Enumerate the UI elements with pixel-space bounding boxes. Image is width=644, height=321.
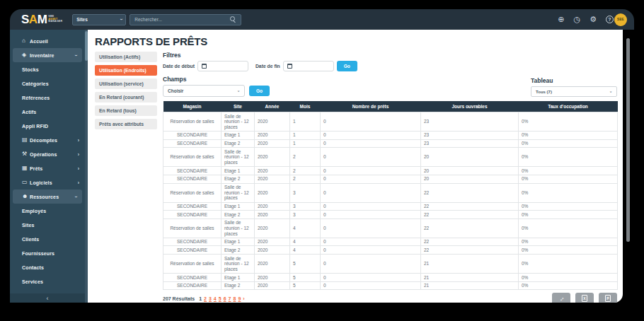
- table-row: Réservation de sallesSalle de réunion - …: [163, 112, 618, 132]
- table-cell: 2020: [255, 183, 290, 202]
- logo-tagline-line: MANAGER: [48, 21, 62, 23]
- export-excel-button[interactable]: X: [575, 293, 594, 303]
- champs-select-value: Choisir: [168, 88, 183, 93]
- pdf-file-icon: P: [605, 295, 611, 302]
- tab-en-retard-tous[interactable]: En Retard (tous): [95, 105, 157, 116]
- sidebar-item-clients[interactable]: Clients: [10, 232, 85, 246]
- sidebar-scrollbar-thumb[interactable]: [85, 31, 88, 61]
- page-link-5[interactable]: 5: [219, 296, 222, 301]
- table-cell: Etage 2: [222, 139, 255, 148]
- table-cell: 21: [421, 274, 519, 282]
- expand-icon: ↔: [557, 294, 566, 303]
- table-cell: 22: [421, 211, 519, 219]
- table-cell: 21: [421, 255, 519, 274]
- sidebar-item-prets[interactable]: ▦Prêts›: [10, 161, 85, 175]
- table-row: SECONDAIREEtage 1202040220%: [163, 238, 618, 246]
- page-link-3[interactable]: 3: [209, 296, 212, 301]
- sidebar-item-label: Ressources: [30, 194, 59, 199]
- export-pdf-button[interactable]: P: [599, 293, 617, 303]
- sidebar-item-inventaire[interactable]: ◈Inventaire›: [13, 48, 82, 62]
- sidebar-item-references[interactable]: Références: [10, 91, 85, 105]
- sidebar-item-appli-rfid[interactable]: Appli RFID: [10, 119, 85, 133]
- search-box[interactable]: [130, 14, 241, 25]
- export-actions: ↔XP: [552, 293, 617, 303]
- search-input[interactable]: [134, 17, 230, 22]
- filters-go-button[interactable]: Go: [337, 61, 357, 71]
- page-link-4[interactable]: 4: [214, 296, 217, 301]
- page-link-6[interactable]: 6: [224, 296, 226, 301]
- gear-icon[interactable]: ⚙: [590, 16, 597, 23]
- sidebar-item-stocks[interactable]: Stocks: [10, 62, 85, 76]
- table-cell: 23: [421, 139, 519, 148]
- sidebar-item-operations[interactable]: ⚒Opérations›: [10, 147, 85, 161]
- sidebar-scrollbar[interactable]: [85, 30, 88, 303]
- date-end-input[interactable]: [283, 61, 334, 71]
- sidebar-item-decomptes[interactable]: ▤Décomptes›: [10, 133, 85, 147]
- sidebar-item-sites[interactable]: Sites: [10, 218, 85, 232]
- sidebar-item-accueil[interactable]: ⌂Accueil: [10, 34, 85, 48]
- page-link-9[interactable]: 9: [238, 296, 241, 301]
- table-cell: 2020: [255, 218, 290, 238]
- tab-en-retard-courant[interactable]: En Retard (courant): [95, 92, 157, 103]
- sidebar-item-services[interactable]: Services: [10, 274, 85, 288]
- clock-icon[interactable]: ◷: [574, 16, 581, 23]
- table-cell: 2020: [255, 238, 290, 246]
- chevron-right-icon: ›: [78, 152, 79, 157]
- champs-go-button[interactable]: Go: [249, 86, 270, 96]
- page-scrollbar-thumb[interactable]: [626, 38, 630, 242]
- page-link-7[interactable]: 7: [229, 296, 231, 301]
- sidebar-item-contacts[interactable]: Contacts: [10, 260, 85, 274]
- table-cell: 0%: [519, 112, 618, 132]
- table-cell: 2: [290, 148, 321, 167]
- sidebar-item-label: Catégories: [22, 81, 49, 86]
- column-header-magasin: Magasin: [163, 101, 222, 112]
- logo-text: SAM: [21, 13, 47, 25]
- table-cell: SECONDAIRE: [163, 246, 222, 255]
- table-cell: SECONDAIRE: [163, 211, 222, 219]
- user-avatar[interactable]: SBE: [614, 13, 627, 26]
- sidebar-item-logiciels[interactable]: ▭Logiciels›: [10, 175, 85, 189]
- people-icon: ☻: [22, 194, 30, 199]
- tab-utilisation-actifs[interactable]: Utilisation (Actifs): [95, 52, 157, 62]
- sidebar-item-employes[interactable]: Employés: [10, 204, 85, 218]
- site-selector[interactable]: Sites ›: [72, 14, 126, 25]
- table-cell: Etage 1: [222, 238, 255, 246]
- champs-select[interactable]: Choisir ›: [163, 85, 245, 97]
- table-cell: 5: [290, 281, 321, 290]
- column-header-taux-d-occupation: Taux d'occupation: [519, 101, 618, 112]
- table-cell: 0: [321, 131, 421, 139]
- tab-utilisation-service[interactable]: Utilisation (service): [95, 78, 157, 89]
- help-icon[interactable]: ?: [606, 16, 614, 23]
- tab-prets-avec-attributs[interactable]: Prêts avec attributs: [95, 119, 157, 129]
- plus-circle-icon[interactable]: ⊕: [558, 16, 564, 23]
- table-cell: Etage 1: [222, 167, 255, 175]
- date-end-label: Date de fin: [255, 64, 280, 69]
- sidebar-collapse-button[interactable]: ‹: [10, 293, 85, 303]
- page-next-button[interactable]: ›: [243, 296, 244, 301]
- tableau-select[interactable]: Tous (7) ›: [531, 86, 617, 97]
- table-header-row: MagasinSiteAnnéeMoisNombre de prêtsJours…: [163, 101, 618, 112]
- table-cell: 0%: [519, 202, 618, 211]
- sidebar-item-label: Décomptes: [30, 138, 57, 143]
- date-start-input[interactable]: [197, 61, 248, 71]
- sidebar-item-actifs[interactable]: Actifs: [10, 105, 85, 119]
- page-scrollbar[interactable]: [623, 30, 634, 303]
- column-header-mois: Mois: [290, 101, 321, 112]
- table-cell: 2020: [255, 112, 290, 132]
- sidebar-item-categories[interactable]: Catégories: [10, 76, 85, 91]
- table-cell: 0: [321, 274, 421, 282]
- table-cell: Etage 1: [222, 274, 255, 282]
- sidebar-item-ressources[interactable]: ☻Ressources›: [13, 189, 82, 204]
- table-cell: 2020: [255, 246, 290, 255]
- table-cell: 0: [321, 218, 421, 238]
- table-cell: 20: [421, 167, 519, 175]
- tally-icon: ▤: [22, 137, 30, 143]
- expand-button[interactable]: ↔: [552, 293, 570, 303]
- table-footer: 207 Résultats 1 23456789 › ↔XP: [163, 293, 617, 303]
- page-link-8[interactable]: 8: [233, 296, 236, 301]
- page-link-2[interactable]: 2: [204, 296, 207, 301]
- tab-utilisation-endroits[interactable]: Utilisation (Endroits): [95, 65, 157, 76]
- sidebar-item-fournisseurs[interactable]: Fournisseurs: [10, 246, 85, 260]
- table-cell: 2020: [255, 202, 290, 211]
- app-logo[interactable]: SAM SBEASSETMANAGER: [21, 13, 62, 25]
